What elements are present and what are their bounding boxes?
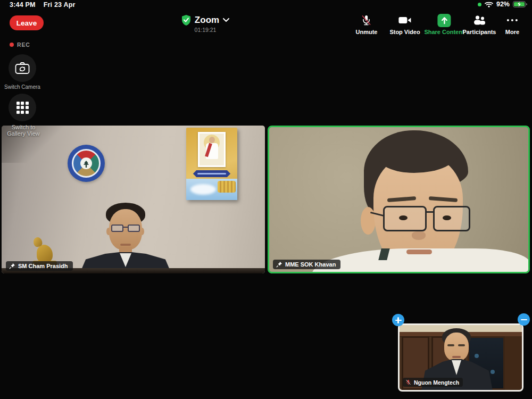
pin-icon — [9, 263, 15, 269]
calendar-banner — [190, 170, 233, 177]
participants-label: Participants — [463, 29, 496, 35]
participant-name: MME SOK Khavan — [285, 261, 336, 268]
cabinet-panel — [505, 336, 522, 390]
recording-indicator: REC — [10, 41, 30, 48]
date: Fri 23 Apr — [44, 1, 76, 9]
status-bar-right: 92% — [478, 1, 527, 8]
video-tile-sok-khavan[interactable]: MME SOK Khavan — [268, 126, 530, 273]
participant-name: SM Cham Prasidh — [18, 263, 68, 269]
grid-icon — [16, 102, 29, 114]
name-label-nguon-mengtech: Nguon Mengtech — [403, 378, 463, 387]
switch-camera-button[interactable] — [9, 54, 36, 82]
share-content-button[interactable]: Share Content — [424, 14, 464, 35]
wall-calendar — [186, 128, 237, 200]
name-label-cham-prasidh: SM Cham Prasidh — [6, 261, 73, 271]
more-label: More — [505, 29, 519, 35]
mouth — [120, 244, 131, 246]
battery-icon — [513, 1, 527, 7]
gallery-view-label-line1: Switch to — [0, 124, 49, 130]
participants-button[interactable]: Participants — [463, 14, 496, 35]
calendar-portrait — [198, 132, 226, 167]
name-label-sok-khavan: MME SOK Khavan — [273, 260, 340, 269]
gallery-view-label-line2: Gallery View — [0, 130, 49, 137]
gallery-view-label: Switch to Gallery View — [0, 124, 49, 137]
more-ellipsis-icon — [507, 14, 518, 27]
unmute-button[interactable]: Unmute — [356, 14, 378, 35]
share-content-label: Share Content — [424, 29, 464, 35]
meeting-title: Zoom — [195, 15, 219, 26]
battery-percent: 92% — [496, 1, 510, 8]
zoom-call-screen: 3:44 PM Fri 23 Apr 92% Leave Zoom — [0, 0, 532, 399]
minus-icon — [521, 319, 527, 320]
gallery-view-button[interactable] — [9, 94, 36, 121]
glasses — [380, 206, 470, 234]
eye — [443, 215, 451, 220]
participant-name: Nguon Mengtech — [414, 379, 459, 386]
eyebrow — [447, 344, 454, 346]
video-camera-icon — [398, 14, 412, 27]
thumbnail-minimize-button[interactable] — [518, 313, 530, 326]
calendar-bottom-art — [186, 179, 237, 200]
thumbnail-expand-button[interactable] — [392, 314, 404, 326]
charging-bolt-icon — [517, 2, 521, 7]
muted-mic-icon — [405, 379, 411, 386]
stop-video-label: Stop Video — [389, 29, 420, 35]
mouth — [452, 356, 461, 358]
meeting-timer: 01:19:21 — [176, 27, 235, 33]
more-button[interactable]: More — [505, 14, 519, 35]
glasses — [111, 225, 140, 232]
switch-camera-icon — [15, 62, 30, 74]
meeting-title-group[interactable]: Zoom — [176, 15, 235, 26]
wall-emblem — [68, 145, 105, 182]
share-content-icon — [438, 14, 451, 27]
recording-label: REC — [17, 41, 30, 48]
video-thumbnail-nguon-mengtech[interactable]: Nguon Mengtech — [398, 323, 523, 392]
clock: 3:44 PM — [10, 1, 36, 9]
wifi-icon — [485, 1, 493, 7]
pin-icon — [276, 261, 282, 268]
mouth — [406, 250, 432, 254]
recording-dot-icon — [10, 43, 14, 47]
switch-camera-label: Switch Camera — [0, 84, 45, 90]
green-status-dot — [478, 3, 481, 6]
leave-button-label: Leave — [16, 19, 37, 27]
status-bar-left: 3:44 PM Fri 23 Apr — [10, 1, 76, 9]
stop-video-button[interactable]: Stop Video — [389, 14, 420, 35]
unmute-label: Unmute — [356, 29, 378, 35]
chevron-down-icon — [223, 18, 229, 22]
leave-button[interactable]: Leave — [10, 15, 44, 30]
muted-mic-icon — [361, 14, 372, 27]
security-shield-icon — [181, 15, 191, 26]
video-tile-cham-prasidh[interactable]: SM Cham Prasidh — [2, 126, 265, 273]
eye — [399, 215, 408, 220]
eyebrow — [458, 344, 465, 346]
participants-icon — [472, 14, 487, 27]
